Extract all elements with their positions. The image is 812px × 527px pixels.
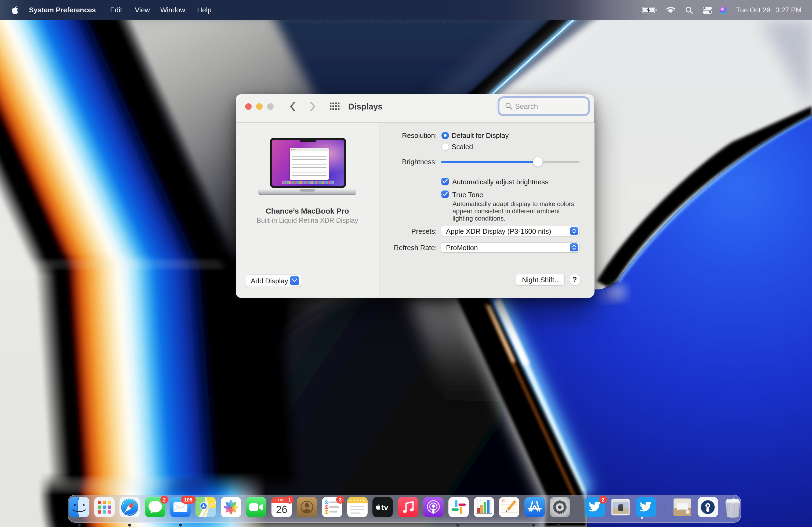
svg-text:1: 1 xyxy=(288,497,291,502)
svg-text:26: 26 xyxy=(276,504,287,515)
svg-text:tv: tv xyxy=(381,503,388,512)
svg-text:OCT: OCT xyxy=(278,498,285,502)
svg-text:2: 2 xyxy=(163,497,166,502)
svg-text:105: 105 xyxy=(184,497,192,502)
svg-text:2: 2 xyxy=(602,497,605,502)
svg-text:“: “ xyxy=(502,498,505,506)
svg-text:3: 3 xyxy=(339,497,342,502)
